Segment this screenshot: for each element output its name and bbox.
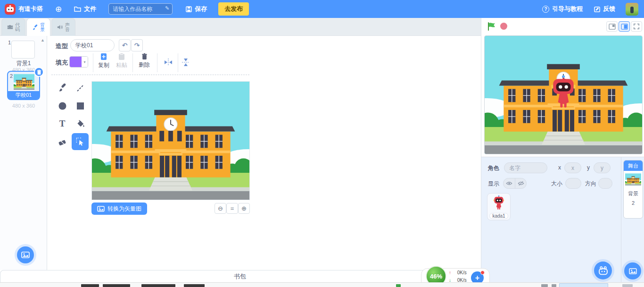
language-globe-button[interactable]: ⊕ [55, 4, 62, 14]
partial-row-artifact [81, 284, 99, 287]
tab-code[interactable]: 代码 [1, 18, 25, 36]
undo-button[interactable]: ↶ [119, 39, 131, 51]
stage-controls [481, 18, 644, 35]
backdrop-1-thumbnail [11, 41, 35, 59]
flip-horizontal-button[interactable] [164, 59, 173, 66]
circle-tool[interactable] [54, 97, 71, 114]
project-name-input[interactable] [108, 3, 173, 15]
brand-logo-group[interactable]: 有道卡搭 [5, 4, 43, 15]
eraser-tool[interactable] [54, 133, 71, 150]
add-stage-backdrop-button[interactable] [624, 262, 641, 279]
show-label: 显示 [488, 180, 499, 188]
small-stage-button[interactable] [606, 21, 618, 32]
guide-button[interactable]: ? 引导与教程 [542, 5, 583, 13]
eye-icon [506, 181, 512, 186]
partial-bottom-row [0, 282, 644, 287]
costume-name-input[interactable] [70, 39, 115, 51]
tab-code-label: 代码 [15, 23, 20, 32]
stage[interactable] [484, 35, 643, 154]
y-input[interactable] [594, 162, 611, 173]
line-icon [76, 84, 85, 93]
tool-palette: T [54, 79, 89, 150]
direction-label: 方向 [585, 180, 596, 188]
brush-icon [58, 84, 67, 93]
tab-sounds[interactable]: 声音 [51, 18, 75, 36]
backdrop-2-index: 2 [10, 73, 13, 79]
top-menu-bar: 有道卡搭 ⊕ 文件 ✎ 保存 去发布 ? 引导与教程 反馈 [0, 0, 644, 18]
green-flag-button[interactable] [487, 22, 496, 31]
zoom-reset-button[interactable]: = [226, 203, 238, 214]
partial-row-artifact [103, 284, 130, 287]
backpack-label: 书包 [234, 273, 246, 280]
project-name-wrap: ✎ [108, 3, 173, 15]
paint-editor: 造型 ↶ ↷ 填充 ▾ 复制 粘贴 删除 [48, 36, 480, 270]
app-window: 有道卡搭 ⊕ 文件 ✎ 保存 去发布 ? 引导与教程 反馈 [0, 0, 644, 287]
convert-to-vector-button[interactable]: 转换为矢量图 [91, 203, 147, 215]
backpack-bar[interactable]: 书包 [0, 270, 480, 282]
kada1-thumbnail [493, 195, 504, 211]
feedback-button[interactable]: 反馈 [594, 5, 615, 13]
editor-tabstrip: 代码 背景 声音 [0, 18, 481, 36]
save-button[interactable]: 保存 [186, 5, 207, 13]
delete-button[interactable]: 删除 [135, 53, 153, 69]
rectangle-tool[interactable] [72, 97, 89, 114]
backdrop-item-2-selected[interactable]: 2 学校01 [7, 71, 40, 100]
tab-backdrops[interactable]: 背景 [26, 18, 50, 36]
select-tool-active[interactable] [72, 133, 89, 150]
redo-button[interactable]: ↷ [131, 39, 143, 51]
visibility-toggle [503, 178, 527, 189]
text-icon: T [59, 118, 66, 129]
text-tool[interactable]: T [54, 115, 71, 132]
show-sprite-button[interactable] [504, 178, 515, 188]
add-backdrop-button[interactable] [17, 246, 34, 263]
line-tool[interactable] [72, 79, 89, 96]
brush-tool[interactable] [54, 79, 71, 96]
school-backdrop-image [92, 82, 249, 200]
x-input[interactable] [564, 162, 581, 173]
hide-sprite-button[interactable] [515, 178, 526, 188]
sprite-name-input[interactable] [504, 162, 547, 173]
partial-row-artifact [559, 283, 608, 287]
normal-stage-button[interactable] [619, 21, 630, 32]
zoom-out-button[interactable]: ⊖ [215, 203, 226, 214]
stage-selector-card[interactable]: 舞台 背景 2 [623, 160, 643, 219]
copy-button[interactable]: 复制 [95, 53, 113, 69]
size-input[interactable] [565, 178, 581, 189]
direction-input[interactable] [598, 178, 612, 189]
sprite-kada1-card[interactable]: kada1 [487, 193, 511, 220]
paste-button[interactable]: 粘贴 [113, 53, 131, 69]
x-label: x [558, 164, 561, 171]
divider [51, 75, 249, 75]
brush-icon [32, 25, 38, 31]
delete-backdrop-button[interactable] [34, 67, 44, 77]
select-icon [76, 137, 85, 146]
file-menu[interactable]: 文件 [74, 5, 96, 13]
scroll-up-icon[interactable]: ▲ [41, 38, 45, 42]
kada-logo-icon [5, 4, 16, 15]
stage-title: 舞台 [624, 160, 643, 171]
stage-backdrop [485, 36, 642, 154]
save-label: 保存 [195, 5, 207, 13]
zoom-in-icon: ⊕ [241, 205, 247, 212]
backdrop-2-thumbnail [14, 74, 34, 90]
paint-canvas[interactable] [91, 81, 250, 200]
fill-color-picker[interactable]: ▾ [69, 56, 88, 68]
add-sprite-button[interactable] [594, 262, 612, 279]
guide-label: 引导与教程 [552, 5, 583, 13]
flip-vertical-button[interactable] [182, 58, 190, 67]
fill-color-swatch [70, 57, 82, 67]
zoom-reset-icon: = [231, 205, 234, 212]
folder-icon [74, 6, 81, 12]
fullscreen-icon [633, 23, 640, 30]
publish-button[interactable]: 去发布 [218, 2, 249, 16]
fullscreen-button[interactable] [631, 21, 642, 32]
fill-tool[interactable] [72, 115, 89, 132]
eye-slash-icon [518, 181, 524, 186]
zoom-in-button[interactable]: ⊕ [238, 203, 250, 214]
stop-button[interactable] [500, 23, 507, 30]
partial-row-artifact [184, 284, 205, 287]
user-avatar[interactable] [626, 3, 638, 16]
upload-arrow-icon: ↑ [449, 270, 451, 275]
percent-value: 46% [430, 273, 442, 280]
flip-vertical-icon [182, 58, 190, 67]
